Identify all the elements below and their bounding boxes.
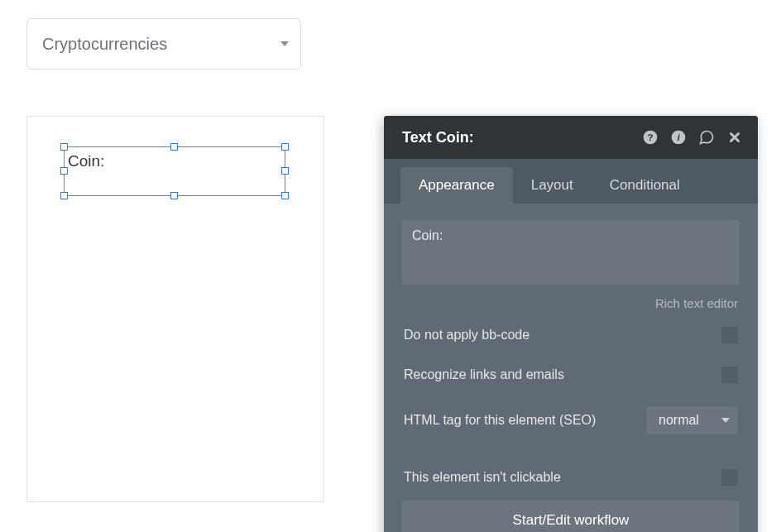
resize-handle-tr[interactable] <box>281 143 289 151</box>
resize-handle-bl[interactable] <box>60 192 68 199</box>
label-bbcode: Do not apply bb-code <box>404 328 529 343</box>
crypto-dropdown[interactable]: Cryptocurrencies <box>26 18 301 69</box>
header-icons: ? i <box>642 129 743 146</box>
resize-handle-br[interactable] <box>281 192 289 199</box>
chevron-down-icon <box>721 418 730 423</box>
resize-handle-tl[interactable] <box>60 143 68 151</box>
text-element-coin[interactable]: Coin: <box>64 146 285 196</box>
help-icon[interactable]: ? <box>642 129 659 146</box>
info-icon[interactable]: i <box>670 129 687 146</box>
row-htmltag: HTML tag for this element (SEO) normal <box>402 395 740 446</box>
tab-appearance[interactable]: Appearance <box>400 167 513 204</box>
dropdown-selected-label: Cryptocurrencies <box>42 35 167 54</box>
row-clickable: This element isn't clickable <box>402 458 740 497</box>
resize-handle-tm[interactable] <box>170 143 178 151</box>
resize-handle-bm[interactable] <box>170 192 178 199</box>
row-bbcode: Do not apply bb-code <box>402 315 740 355</box>
editor-canvas[interactable]: Coin: <box>26 116 324 502</box>
panel-body: Rich text editor Do not apply bb-code Re… <box>384 204 758 532</box>
tab-layout[interactable]: Layout <box>513 167 592 204</box>
svg-text:?: ? <box>647 132 653 142</box>
checkbox-links[interactable] <box>721 367 738 383</box>
label-clickable: This element isn't clickable <box>404 470 561 485</box>
chevron-down-icon <box>280 41 289 46</box>
start-edit-workflow-button[interactable]: Start/Edit workflow <box>402 501 740 532</box>
resize-handle-ml[interactable] <box>60 167 68 175</box>
resize-handle-mr[interactable] <box>281 167 289 175</box>
select-htmltag[interactable]: normal <box>647 406 738 434</box>
text-element-content: Coin: <box>65 147 285 175</box>
tab-conditional[interactable]: Conditional <box>592 167 698 204</box>
panel-header[interactable]: Text Coin: ? i <box>384 116 758 159</box>
inspector-panel: Text Coin: ? i Appearance Layout Conditi… <box>384 116 758 532</box>
label-htmltag: HTML tag for this element (SEO) <box>404 413 596 428</box>
label-links: Recognize links and emails <box>404 367 564 382</box>
panel-title: Text Coin: <box>402 129 642 146</box>
rich-text-editor-link[interactable]: Rich text editor <box>402 288 740 315</box>
row-links: Recognize links and emails <box>402 355 740 395</box>
close-icon[interactable] <box>726 129 743 146</box>
checkbox-clickable[interactable] <box>721 469 738 486</box>
text-content-input[interactable] <box>402 220 740 285</box>
panel-tabs: Appearance Layout Conditional <box>384 159 758 204</box>
select-htmltag-value: normal <box>659 413 699 428</box>
comment-icon[interactable] <box>698 129 715 146</box>
checkbox-bbcode[interactable] <box>721 327 738 343</box>
